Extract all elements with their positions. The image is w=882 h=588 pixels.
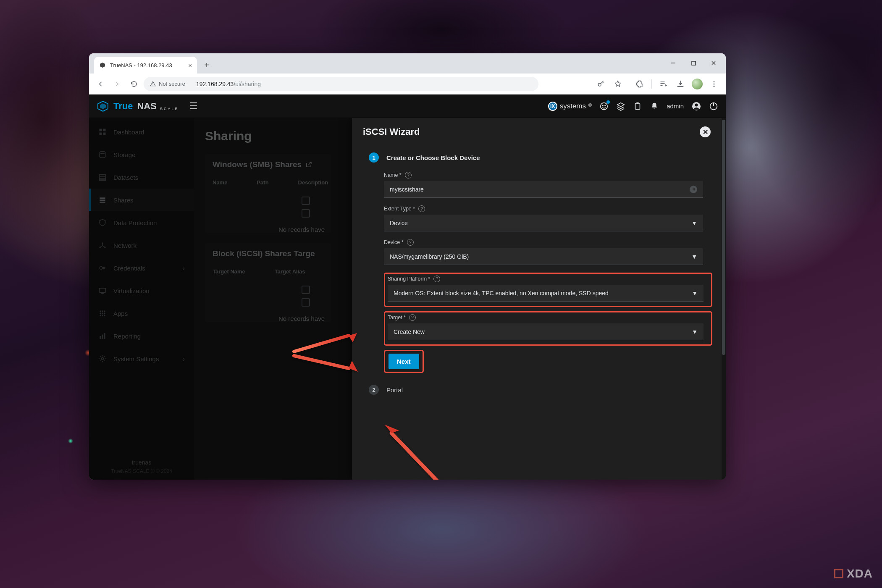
back-button[interactable]	[93, 77, 108, 91]
new-tab-button[interactable]: +	[200, 59, 213, 71]
power-icon[interactable]	[709, 102, 718, 111]
sidebar-item-virtualization[interactable]: Virtualization	[89, 279, 194, 302]
sidebar-item-reporting[interactable]: Reporting	[89, 325, 194, 347]
step-2[interactable]: 2 Portal	[363, 373, 711, 404]
window-close-icon[interactable]	[704, 56, 723, 70]
sharing-platform-select[interactable]: Modern OS: Extent block size 4k, TPC ena…	[388, 285, 704, 302]
sidebar-item-dashboard[interactable]: Dashboard	[89, 121, 194, 143]
playlist-icon[interactable]	[656, 76, 671, 92]
sidebar-item-storage[interactable]: Storage	[89, 143, 194, 166]
step-1: 1 Create or Choose Block Device	[363, 148, 711, 172]
clear-icon[interactable]: ✕	[690, 186, 697, 193]
device-select[interactable]: NAS/mygamelibrary (250 GiB)▼	[384, 248, 703, 265]
svg-line-56	[391, 433, 438, 480]
address-bar[interactable]: Not secure 192.168.29.43/ui/sharing	[144, 77, 538, 91]
smb-card: Windows (SMB) Shares NamePathDescription…	[205, 154, 331, 233]
sidebar-footer: truenas TrueNAS SCALE ® © 2024	[89, 458, 194, 475]
step-number: 1	[369, 152, 379, 163]
svg-rect-49	[102, 335, 103, 339]
clipboard-icon[interactable]	[633, 102, 642, 111]
name-input[interactable]: myiscsishare✕	[384, 181, 703, 198]
checkbox[interactable]	[302, 197, 310, 205]
svg-point-39	[100, 310, 101, 312]
svg-point-43	[102, 312, 103, 314]
sidebar-item-datasets[interactable]: Datasets	[89, 166, 194, 189]
browser-toolbar: Not secure 192.168.29.43/ui/sharing	[89, 74, 726, 94]
bell-icon[interactable]	[650, 102, 659, 111]
scrollbar-thumb[interactable]	[722, 120, 725, 355]
user-icon[interactable]	[691, 101, 701, 111]
extensions-icon[interactable]	[632, 76, 647, 92]
sidebar: Dashboard Storage Datasets Shares Data P…	[89, 118, 194, 480]
checkbox[interactable]	[302, 298, 310, 307]
svg-marker-53	[349, 333, 357, 342]
next-button[interactable]: Next	[388, 354, 419, 369]
help-icon[interactable]: ?	[405, 172, 412, 178]
logo-mark-icon	[97, 100, 109, 113]
kebab-menu-icon[interactable]	[706, 76, 722, 92]
extent-type-select[interactable]: Device▼	[384, 215, 703, 231]
svg-marker-57	[385, 425, 399, 433]
sidebar-item-shares[interactable]: Shares	[89, 189, 194, 211]
panel-title: iSCSI Wizard	[363, 126, 420, 137]
svg-point-47	[104, 315, 105, 316]
truenas-logo[interactable]: TrueNAS SCALE	[97, 100, 178, 113]
target-select[interactable]: Create New▼	[388, 323, 704, 340]
app-header: TrueNAS SCALE ☰ iX systems ® admin	[89, 94, 726, 118]
svg-rect-20	[636, 102, 639, 104]
help-icon[interactable]: ?	[418, 205, 425, 212]
download-icon[interactable]	[673, 76, 688, 92]
checkbox[interactable]	[302, 209, 310, 218]
security-indicator[interactable]: Not secure	[150, 81, 185, 87]
extent-type-field: Extent Type *? Device▼	[384, 205, 711, 231]
svg-rect-50	[104, 333, 105, 339]
tab-close-icon[interactable]: ×	[188, 62, 192, 69]
minimize-icon[interactable]	[664, 56, 683, 70]
iscsi-table-header: Target NameTarget Alias	[205, 264, 331, 284]
external-link-icon[interactable]	[305, 161, 312, 168]
svg-rect-19	[635, 103, 640, 109]
maximize-icon[interactable]	[684, 56, 703, 70]
layers-icon[interactable]	[616, 102, 625, 111]
svg-rect-27	[100, 133, 102, 135]
browser-tab[interactable]: TrueNAS - 192.168.29.43 ×	[94, 57, 197, 74]
scrollbar[interactable]	[722, 118, 726, 480]
svg-point-6	[152, 85, 153, 85]
help-icon[interactable]: ?	[407, 239, 414, 246]
profile-avatar[interactable]	[690, 76, 705, 92]
status-icon[interactable]	[599, 102, 609, 111]
sidebar-item-data-protection[interactable]: Data Protection	[89, 211, 194, 234]
close-button[interactable]: ✕	[700, 126, 711, 137]
device-field: Device *? NAS/mygamelibrary (250 GiB)▼	[384, 239, 711, 265]
forward-button[interactable]	[110, 77, 124, 91]
sidebar-item-network[interactable]: Network	[89, 234, 194, 257]
svg-point-22	[695, 103, 698, 106]
target-field: Target *? Create New▼	[388, 314, 709, 340]
url-text: 192.168.29.43/ui/sharing	[196, 81, 261, 87]
sidebar-item-apps[interactable]: Apps	[89, 302, 194, 325]
svg-marker-0	[100, 63, 105, 68]
svg-rect-26	[103, 129, 106, 131]
caret-down-icon: ▼	[692, 290, 698, 297]
warning-icon	[150, 81, 156, 87]
svg-rect-32	[100, 179, 106, 181]
bookmark-star-icon[interactable]	[610, 76, 625, 92]
reload-button[interactable]	[127, 77, 141, 91]
svg-point-11	[714, 81, 715, 82]
caret-down-icon: ▼	[691, 253, 697, 260]
svg-rect-2	[692, 61, 696, 65]
help-icon[interactable]: ?	[409, 314, 416, 321]
sidebar-item-system-settings[interactable]: System Settings›	[89, 347, 194, 370]
ixsystems-link[interactable]: iX systems ®	[548, 102, 592, 111]
key-icon[interactable]	[593, 76, 609, 92]
svg-point-29	[100, 152, 105, 154]
ix-badge-icon: iX	[548, 102, 557, 111]
browser-window: TrueNAS - 192.168.29.43 × + Not secure 1…	[89, 53, 726, 480]
sidebar-item-credentials[interactable]: Credentials›	[89, 257, 194, 279]
hamburger-icon[interactable]: ☰	[189, 101, 198, 112]
help-icon[interactable]: ?	[433, 276, 440, 282]
annotation-arrow-3	[379, 420, 446, 480]
svg-point-17	[602, 105, 604, 106]
checkbox[interactable]	[302, 286, 310, 294]
smb-card-title: Windows (SMB) Shares	[205, 154, 331, 175]
